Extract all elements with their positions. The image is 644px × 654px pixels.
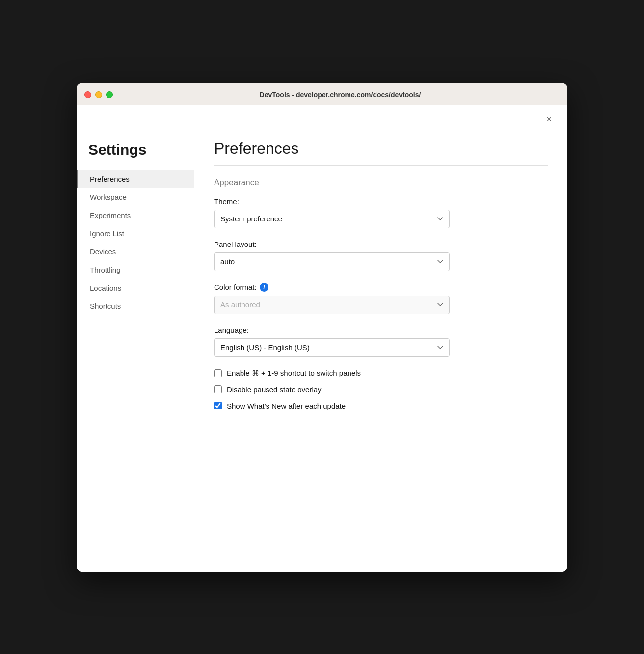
minimize-traffic-light[interactable] bbox=[95, 91, 102, 98]
sidebar-item-throttling[interactable]: Throttling bbox=[77, 261, 194, 279]
sidebar-item-workspace[interactable]: Workspace bbox=[77, 188, 194, 206]
content-panel: Preferences Appearance Theme: System pre… bbox=[194, 130, 567, 572]
panel-layout-select[interactable]: auto horizontal vertical bbox=[214, 252, 450, 271]
sidebar-item-shortcuts[interactable]: Shortcuts bbox=[77, 297, 194, 315]
enable-cmd-shortcut-label[interactable]: Enable ⌘ + 1-9 shortcut to switch panels bbox=[227, 369, 361, 378]
language-select[interactable]: English (US) - English (US) Deutsch - Ge… bbox=[214, 338, 450, 357]
disable-paused-overlay-group: Disable paused state overlay bbox=[214, 385, 548, 394]
sidebar-item-devices[interactable]: Devices bbox=[77, 243, 194, 261]
theme-select[interactable]: System preference Light Dark bbox=[214, 210, 450, 228]
sidebar-item-experiments[interactable]: Experiments bbox=[77, 206, 194, 224]
modal-close-button[interactable]: × bbox=[542, 113, 556, 126]
disable-paused-overlay-label[interactable]: Disable paused state overlay bbox=[227, 385, 322, 394]
language-label: Language: bbox=[214, 326, 548, 334]
modal-header: × bbox=[77, 105, 567, 130]
color-format-label: Color format: bbox=[214, 283, 257, 291]
color-format-label-row: Color format: i bbox=[214, 283, 548, 292]
enable-cmd-shortcut-checkbox[interactable] bbox=[214, 369, 222, 377]
titlebar-text: DevTools - developer.chrome.com/docs/dev… bbox=[121, 91, 560, 99]
color-format-info-icon[interactable]: i bbox=[260, 283, 268, 292]
color-format-group: Color format: i As authored HEX RGB HSL bbox=[214, 283, 548, 314]
show-whats-new-group: Show What's New after each update bbox=[214, 402, 548, 410]
content-title: Preferences bbox=[214, 130, 548, 166]
titlebar: DevTools - developer.chrome.com/docs/dev… bbox=[77, 83, 567, 105]
panel-layout-label: Panel layout: bbox=[214, 240, 548, 248]
show-whats-new-checkbox[interactable] bbox=[214, 402, 222, 409]
sidebar-item-ignore-list[interactable]: Ignore List bbox=[77, 224, 194, 243]
show-whats-new-label[interactable]: Show What's New after each update bbox=[227, 402, 346, 410]
theme-group: Theme: System preference Light Dark bbox=[214, 197, 548, 228]
sidebar-item-locations[interactable]: Locations bbox=[77, 279, 194, 297]
browser-window: DevTools - developer.chrome.com/docs/dev… bbox=[77, 83, 567, 572]
sidebar: Settings Preferences Workspace Experimen… bbox=[77, 130, 194, 572]
sidebar-item-preferences[interactable]: Preferences bbox=[77, 170, 194, 188]
settings-modal: × Settings Preferences Workspace Experim… bbox=[77, 105, 567, 572]
modal-body: Settings Preferences Workspace Experimen… bbox=[77, 130, 567, 572]
settings-heading: Settings bbox=[77, 137, 194, 170]
maximize-traffic-light[interactable] bbox=[106, 91, 113, 98]
theme-label: Theme: bbox=[214, 197, 548, 206]
close-traffic-light[interactable] bbox=[84, 91, 91, 98]
language-group: Language: English (US) - English (US) De… bbox=[214, 326, 548, 357]
color-format-select[interactable]: As authored HEX RGB HSL bbox=[214, 296, 450, 314]
enable-cmd-shortcut-group: Enable ⌘ + 1-9 shortcut to switch panels bbox=[214, 369, 548, 378]
appearance-section-heading: Appearance bbox=[214, 178, 548, 188]
traffic-lights bbox=[84, 91, 113, 98]
disable-paused-overlay-checkbox[interactable] bbox=[214, 385, 222, 393]
panel-layout-group: Panel layout: auto horizontal vertical bbox=[214, 240, 548, 271]
